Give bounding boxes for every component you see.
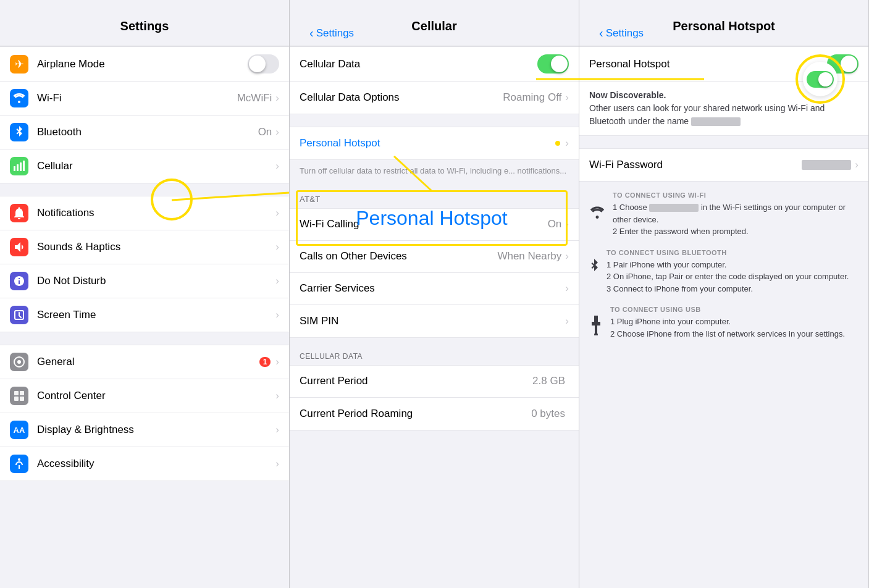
- control-center-chevron-icon: ›: [275, 390, 279, 402]
- do-not-disturb-icon: [10, 272, 28, 290]
- wifi-password-label: Wi-Fi Password: [589, 159, 802, 171]
- do-not-disturb-chevron-icon: ›: [275, 275, 279, 287]
- accessibility-row[interactable]: Accessibility ›: [0, 447, 289, 481]
- svg-rect-7: [14, 391, 19, 395]
- bluetooth-value: On: [258, 126, 272, 138]
- svg-point-11: [18, 458, 20, 461]
- calls-other-devices-row[interactable]: Calls on Other Devices When Nearby ›: [290, 241, 579, 273]
- sounds-label: Sounds & Haptics: [37, 241, 275, 253]
- bluetooth-label: Bluetooth: [37, 126, 258, 138]
- discoverable-section: Now Discoverable. Other users can look f…: [579, 82, 868, 136]
- bluetooth-chevron-icon: ›: [275, 126, 279, 138]
- cellular-back-button[interactable]: ‹ Settings: [309, 26, 354, 40]
- wifi-calling-chevron-icon: ›: [565, 218, 569, 230]
- personal-hotspot-toggle[interactable]: [827, 54, 859, 74]
- current-period-roaming-value: 0 bytes: [531, 408, 565, 420]
- screen-time-icon: [10, 306, 28, 324]
- wifi-icon: [10, 89, 28, 107]
- calls-other-devices-chevron-icon: ›: [565, 250, 569, 262]
- connect-usb-step1: 1 Plug iPhone into your computer.: [610, 316, 845, 328]
- cellular-header: ‹ Settings Cellular: [290, 0, 579, 46]
- connect-wifi-title: TO CONNECT USING WI-FI: [613, 191, 859, 199]
- do-not-disturb-label: Do Not Disturb: [37, 275, 275, 287]
- connect-usb-header: TO CONNECT USING USB 1 Plug iPhone into …: [579, 297, 868, 342]
- back-chevron-icon2: ‹: [599, 26, 603, 40]
- wifi-calling-label: Wi-Fi Calling: [300, 218, 548, 230]
- connect-bt-section: TO CONNECT USING BLUETOOTH 1 Pair iPhone…: [589, 249, 859, 295]
- connect-wifi-header: TO CONNECT USING WI-FI 1 Choose ........…: [579, 182, 868, 240]
- svg-rect-3: [23, 161, 25, 171]
- connect-wifi-instructions: TO CONNECT USING WI-FI 1 Choose ........…: [613, 191, 859, 238]
- display-brightness-row[interactable]: AA Display & Brightness ›: [0, 413, 289, 447]
- connect-wifi-section: TO CONNECT USING WI-FI 1 Choose ........…: [589, 191, 859, 238]
- control-center-row[interactable]: Control Center ›: [0, 379, 289, 413]
- connect-bt-instructions: TO CONNECT USING BLUETOOTH 1 Pair iPhone…: [607, 249, 849, 295]
- connect-wifi-step1: 1 Choose ........ in the Wi-Fi settings …: [613, 201, 859, 225]
- svg-rect-0: [14, 166, 15, 171]
- current-period-value: 2.8 GB: [532, 375, 565, 387]
- personal-hotspot-toggle-row[interactable]: Personal Hotspot: [579, 47, 868, 81]
- wifi-calling-row[interactable]: Wi-Fi Calling On ›: [290, 209, 579, 241]
- cellular-data-options-row[interactable]: Cellular Data Options Roaming Off ›: [290, 82, 579, 114]
- calls-other-devices-value: When Nearby: [497, 250, 561, 262]
- accessibility-icon: [10, 455, 28, 473]
- cellular-data-section-header: CELLULAR DATA: [290, 338, 579, 365]
- wifi-row[interactable]: Wi-Fi McWiFi ›: [0, 82, 289, 116]
- connect-bt-step1: 1 Pair iPhone with your computer.: [607, 259, 849, 271]
- wifi-password-chevron-icon: ›: [855, 159, 859, 171]
- personal-hotspot-label: Personal Hotspot: [300, 137, 555, 149]
- wifi-label: Wi-Fi: [37, 92, 237, 104]
- current-period-roaming-row: Current Period Roaming 0 bytes: [290, 398, 579, 430]
- carrier-services-row[interactable]: Carrier Services ›: [290, 273, 579, 305]
- connect-bt-header: TO CONNECT USING BLUETOOTH 1 Pair iPhone…: [579, 240, 868, 298]
- airplane-mode-row[interactable]: ✈ Airplane Mode: [0, 47, 289, 82]
- svg-rect-9: [14, 397, 19, 401]
- cellular-data-toggle[interactable]: [537, 54, 569, 74]
- wifi-value: McWiFi: [237, 92, 272, 104]
- connect-bt-step3: 3 Connect to iPhone from your computer.: [607, 283, 849, 295]
- bluetooth-row[interactable]: Bluetooth On ›: [0, 116, 289, 149]
- discoverable-desc: Other users can look for your shared net…: [589, 103, 825, 126]
- control-center-icon: [10, 387, 28, 405]
- wifi-chevron-icon: ›: [275, 92, 279, 104]
- display-brightness-icon: AA: [10, 421, 28, 439]
- discoverable-title: Now Discoverable.: [589, 90, 666, 100]
- svg-rect-1: [17, 164, 19, 171]
- cellular-label: Cellular: [37, 160, 275, 172]
- att-label: AT&T: [300, 195, 320, 204]
- airplane-mode-toggle[interactable]: [248, 54, 279, 74]
- wifi-name-redacted: ........: [649, 204, 699, 212]
- personal-hotspot-row[interactable]: Personal Hotspot ›: [290, 127, 579, 159]
- cellular-back-label: Settings: [316, 27, 354, 40]
- accessibility-label: Accessibility: [37, 458, 275, 470]
- cellular-icon: [10, 157, 28, 175]
- cellular-title: Cellular: [411, 19, 456, 33]
- back-chevron-icon: ‹: [309, 26, 314, 40]
- personal-hotspot-back-button[interactable]: ‹ Settings: [599, 26, 644, 40]
- sounds-row[interactable]: Sounds & Haptics ›: [0, 230, 289, 264]
- att-section-header: AT&T: [290, 187, 579, 208]
- discoverable-text: Now Discoverable. Other users can look f…: [589, 89, 859, 128]
- settings-group-misc: General 1 › Control Center › AA Display …: [0, 345, 289, 481]
- notifications-label: Notifications: [37, 207, 275, 219]
- do-not-disturb-row[interactable]: Do Not Disturb ›: [0, 264, 289, 298]
- general-row[interactable]: General 1 ›: [0, 345, 289, 379]
- cellular-data-options-chevron-icon: ›: [565, 91, 569, 104]
- personal-hotspot-header: ‹ Settings Personal Hotspot: [579, 0, 868, 46]
- svg-rect-13: [595, 326, 597, 334]
- wifi-password-row[interactable]: Wi-Fi Password ........ ›: [579, 149, 868, 181]
- notifications-row[interactable]: Notifications ›: [0, 196, 289, 230]
- current-period-label: Current Period: [300, 375, 532, 387]
- cellular-data-row[interactable]: Cellular Data: [290, 47, 579, 82]
- personal-hotspot-toggle-label: Personal Hotspot: [589, 58, 827, 70]
- sim-pin-row[interactable]: SIM PIN ›: [290, 305, 579, 337]
- cellular-row[interactable]: Cellular ›: [0, 149, 289, 183]
- personal-hotspot-dot: [555, 141, 560, 146]
- screen-time-label: Screen Time: [37, 309, 275, 321]
- network-name-redacted: ............: [691, 117, 741, 126]
- connect-bt-step2: 2 On iPhone, tap Pair or enter the code …: [607, 271, 849, 283]
- general-icon: [10, 353, 28, 371]
- screen-time-row[interactable]: Screen Time ›: [0, 298, 289, 332]
- notifications-icon: [10, 204, 28, 222]
- connect-bt-title: TO CONNECT USING BLUETOOTH: [607, 249, 849, 256]
